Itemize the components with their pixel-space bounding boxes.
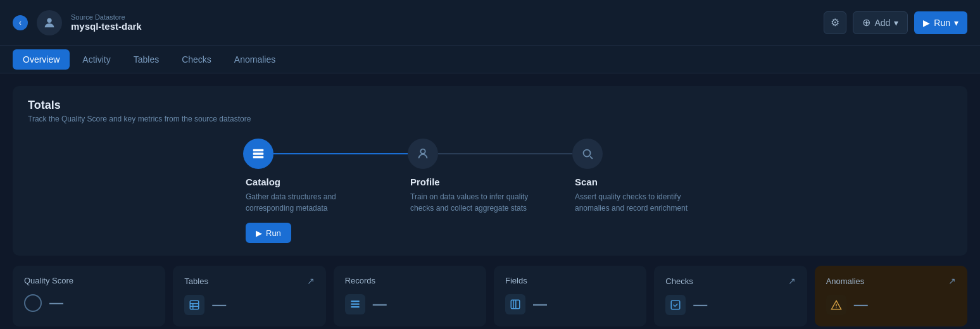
checks-value: — — [693, 297, 707, 313]
pipeline-step-profile: Profile Train on data values to infer qu… — [408, 139, 572, 223]
back-button[interactable]: ‹ — [13, 15, 28, 30]
profile-desc: Train on data values to infer quality ch… — [410, 191, 550, 214]
totals-title: Totals — [28, 99, 952, 112]
scan-desc: Assert quality checks to identify anomal… — [575, 191, 714, 214]
profile-content: Profile Train on data values to infer qu… — [408, 177, 550, 223]
fields-value: — — [533, 296, 547, 313]
scan-icon — [572, 139, 603, 169]
header-titles: Source Datastore mysql-test-dark — [71, 13, 142, 32]
tab-anomalies[interactable]: Anomalies — [224, 49, 286, 70]
svg-rect-11 — [351, 304, 360, 305]
totals-section: Totals Track the Quality Score and key m… — [13, 86, 967, 256]
play-icon: ▶ — [256, 228, 262, 238]
tables-icon — [184, 295, 204, 315]
tab-activity[interactable]: Activity — [72, 49, 120, 70]
tab-tables[interactable]: Tables — [123, 49, 169, 70]
tab-overview[interactable]: Overview — [13, 49, 70, 70]
metric-cards: Quality Score — Tables ↗ — [13, 266, 967, 326]
svg-rect-10 — [351, 301, 360, 302]
records-icon — [345, 294, 365, 314]
connector-2 — [438, 153, 572, 154]
svg-rect-1 — [253, 149, 264, 152]
quality-score-value: — — [49, 295, 63, 311]
catalog-name: Catalog — [246, 177, 385, 187]
pipeline-step-profile-header — [408, 139, 572, 169]
quality-score-body: — — [24, 294, 154, 312]
svg-rect-16 — [672, 301, 681, 309]
tables-header: Tables ↗ — [184, 276, 314, 286]
chevron-down-icon: ▾ — [894, 18, 898, 28]
scan-content: Scan Assert quality checks to identify a… — [572, 177, 714, 223]
catalog-icon — [243, 139, 273, 169]
checks-arrow-icon[interactable]: ↗ — [788, 276, 796, 286]
nav-tabs: Overview Activity Tables Checks Anomalie… — [0, 46, 980, 73]
anomalies-icon — [826, 295, 846, 315]
fields-header: Fields — [505, 276, 635, 285]
catalog-desc: Gather data structures and corresponding… — [246, 191, 385, 214]
chevron-down-icon: ▾ — [954, 18, 958, 28]
svg-point-18 — [836, 307, 837, 309]
records-header: Records — [345, 276, 475, 285]
anomalies-header: Anomalies ↗ — [826, 276, 956, 286]
plus-circle-icon: ⊕ — [862, 16, 870, 28]
svg-point-0 — [47, 18, 51, 22]
records-value: — — [373, 296, 387, 313]
metric-card-quality-score: Quality Score — — [13, 266, 165, 326]
anomalies-body: — — [826, 295, 956, 315]
anomalies-arrow-icon[interactable]: ↗ — [948, 276, 956, 286]
tables-arrow-icon[interactable]: ↗ — [307, 276, 315, 286]
header-right: ⚙ ⊕ Add ▾ ▶ Run ▾ — [824, 11, 967, 34]
header-title: mysql-test-dark — [71, 21, 142, 32]
checks-title: Checks — [665, 276, 693, 286]
svg-rect-6 — [191, 301, 199, 309]
header: ‹ Source Datastore mysql-test-dark ⚙ ⊕ A… — [0, 0, 980, 46]
checks-header: Checks ↗ — [665, 276, 795, 286]
header-subtitle: Source Datastore — [71, 13, 142, 21]
gear-icon: ⚙ — [831, 16, 839, 28]
pipeline-step-scan-header — [572, 139, 737, 169]
svg-point-4 — [420, 149, 425, 154]
pipeline-step-catalog: Catalog Gather data structures and corre… — [243, 139, 408, 243]
profile-name: Profile — [410, 177, 550, 187]
records-title: Records — [345, 276, 375, 285]
main-content: Totals Track the Quality Score and key m… — [0, 73, 980, 329]
metric-card-anomalies: Anomalies ↗ — — [815, 266, 967, 326]
metric-card-records: Records — — [334, 266, 486, 326]
svg-rect-3 — [253, 156, 264, 159]
profile-icon — [408, 139, 438, 169]
settings-button[interactable]: ⚙ — [824, 11, 846, 34]
tab-checks[interactable]: Checks — [172, 49, 222, 70]
header-left: ‹ Source Datastore mysql-test-dark — [13, 10, 142, 35]
svg-rect-2 — [253, 152, 264, 155]
svg-rect-12 — [351, 306, 360, 307]
fields-icon — [505, 294, 525, 314]
tables-body: — — [184, 295, 314, 315]
metric-card-checks: Checks ↗ — — [654, 266, 807, 326]
anomalies-value: — — [854, 297, 868, 313]
catalog-content: Catalog Gather data structures and corre… — [243, 177, 385, 243]
pipeline: Catalog Gather data structures and corre… — [28, 139, 952, 243]
checks-icon — [665, 295, 686, 315]
quality-score-title: Quality Score — [24, 276, 73, 285]
totals-subtitle: Track the Quality Score and key metrics … — [28, 115, 952, 123]
metric-card-tables: Tables ↗ — — [173, 266, 325, 326]
quality-score-header: Quality Score — [24, 276, 154, 285]
anomalies-title: Anomalies — [826, 276, 865, 286]
records-body: — — [345, 294, 475, 314]
avatar — [37, 10, 62, 35]
fields-body: — — [505, 294, 635, 314]
fields-title: Fields — [505, 276, 527, 285]
tables-value: — — [212, 297, 226, 313]
svg-point-5 — [584, 150, 591, 157]
pipeline-step-scan: Scan Assert quality checks to identify a… — [572, 139, 737, 223]
scan-name: Scan — [575, 177, 714, 187]
add-button[interactable]: ⊕ Add ▾ — [853, 11, 908, 34]
catalog-run-button[interactable]: ▶ Run — [246, 223, 291, 243]
checks-body: — — [665, 295, 795, 315]
tables-title: Tables — [184, 276, 208, 286]
quality-score-circle — [24, 294, 42, 312]
play-icon: ▶ — [923, 18, 930, 28]
pipeline-step-catalog-header — [243, 139, 408, 169]
run-button[interactable]: ▶ Run ▾ — [914, 11, 967, 34]
metric-card-fields: Fields — — [494, 266, 646, 326]
